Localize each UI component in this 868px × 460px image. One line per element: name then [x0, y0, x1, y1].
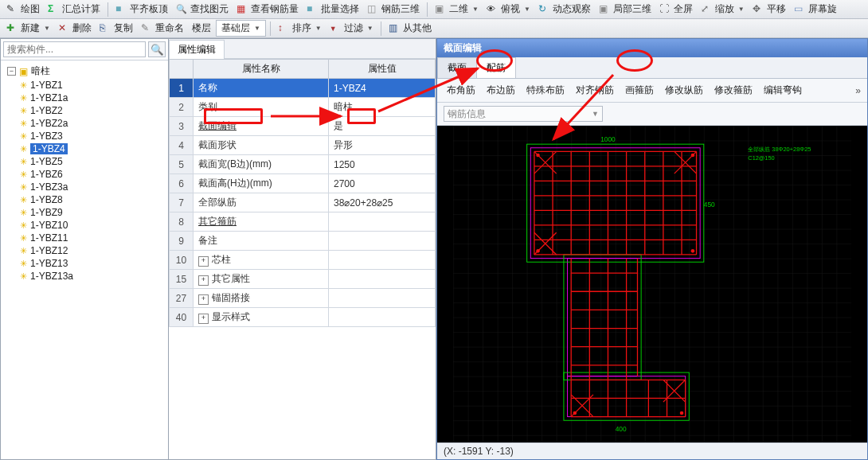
- bullet-icon: ✳: [20, 208, 27, 218]
- tree-item[interactable]: ✳ 1-YBZ5: [2, 155, 166, 168]
- property-value[interactable]: 1250: [329, 155, 436, 174]
- edit-hook-button[interactable]: 编辑弯钩: [760, 82, 805, 99]
- draw-hoop-button[interactable]: 画箍筋: [622, 82, 657, 99]
- property-row[interactable]: 15其它属性: [170, 270, 436, 289]
- tree-item[interactable]: ✳ 1-YBZ10: [2, 219, 166, 232]
- fromother-button[interactable]: 从其他: [385, 21, 435, 35]
- sumcalc-button[interactable]: 汇总计算: [45, 2, 104, 16]
- tree-body[interactable]: − ▣ 暗柱✳ 1-YBZ1✳ 1-YBZ1a✳ 1-YBZ2✳ 1-YBZ2a…: [1, 60, 168, 459]
- property-value[interactable]: 2700: [329, 174, 436, 193]
- view2d-button[interactable]: 二维▼: [432, 2, 482, 16]
- corner-rebar-button[interactable]: 布角筋: [444, 82, 479, 99]
- tree-item[interactable]: ✳ 1-YBZ13a: [2, 270, 166, 283]
- property-value[interactable]: [329, 308, 436, 327]
- property-value[interactable]: [329, 251, 436, 270]
- modify-hoop-button[interactable]: 修改箍筋: [711, 82, 756, 99]
- tree-item-label: 1-YBZ5: [30, 156, 63, 167]
- property-row[interactable]: 8其它箍筋: [170, 212, 436, 232]
- property-row[interactable]: 27锚固搭接: [170, 289, 436, 308]
- collapse-icon[interactable]: −: [7, 67, 16, 76]
- rotate-icon: [538, 3, 550, 15]
- property-row[interactable]: 2类别暗柱: [170, 98, 436, 117]
- tree-item[interactable]: ✳ 1-YBZ8: [2, 193, 166, 206]
- tree-item-label: 1-YBZ13a: [30, 271, 73, 282]
- tree-item[interactable]: ✳ 1-YBZ9: [2, 206, 166, 219]
- flatcheck-button[interactable]: 平齐板顶: [112, 2, 171, 16]
- property-panel: 属性编辑 属性名称 属性值 1名称1-YBZ42类别暗柱3截面编辑是4截面形状异…: [169, 38, 436, 460]
- batchsel-button[interactable]: 批量选择: [303, 2, 362, 16]
- property-name: 全部纵筋: [194, 193, 329, 212]
- bullet-icon: ✳: [20, 195, 27, 205]
- tab-section[interactable]: 截面: [437, 57, 477, 78]
- property-row[interactable]: 6截面高(H边)(mm)2700: [170, 174, 436, 193]
- separator: [381, 21, 381, 36]
- floor-select[interactable]: 基础层▼: [216, 20, 266, 37]
- import-icon: [389, 22, 401, 34]
- draw-button[interactable]: ✎绘图: [3, 2, 43, 16]
- tab-rebar[interactable]: 配筋: [476, 57, 516, 78]
- edge-rebar-button[interactable]: 布边筋: [483, 82, 518, 99]
- tree-item[interactable]: ✳ 1-YBZ12: [2, 244, 166, 257]
- property-value[interactable]: 暗柱: [329, 98, 436, 117]
- tree-item[interactable]: ✳ 1-YBZ4: [2, 142, 166, 155]
- modify-vertical-button[interactable]: 修改纵筋: [662, 82, 706, 99]
- tree-item-label: 1-YBZ6: [30, 169, 63, 180]
- copy-button[interactable]: 复制: [96, 21, 136, 35]
- property-value[interactable]: 38⌀20+28⌀25: [329, 193, 436, 212]
- new-button[interactable]: 新建▼: [3, 21, 53, 35]
- property-value[interactable]: 是: [329, 117, 436, 136]
- delete-button[interactable]: 删除: [55, 21, 95, 35]
- property-value[interactable]: [329, 270, 436, 289]
- search-button[interactable]: 🔍: [148, 41, 166, 57]
- more-button[interactable]: »: [855, 85, 861, 96]
- rebar-info-combo[interactable]: 钢筋信息 ▼: [444, 106, 603, 122]
- chevron-down-icon: ▼: [315, 25, 322, 32]
- pan-button[interactable]: 平移: [749, 2, 789, 16]
- tree-item[interactable]: ✳ 1-YBZ11: [2, 232, 166, 244]
- property-value[interactable]: 1-YBZ4: [329, 79, 436, 98]
- filter-button[interactable]: 过滤▼: [326, 21, 377, 35]
- sort-button[interactable]: 排序▼: [275, 21, 325, 35]
- dynview-button[interactable]: 动态观察: [535, 2, 594, 16]
- section-combo-bar: 钢筋信息 ▼: [437, 103, 867, 126]
- tree-root[interactable]: − ▣ 暗柱: [2, 64, 166, 79]
- property-row[interactable]: 10芯柱: [170, 251, 436, 270]
- viewbar-button[interactable]: 查看钢筋量: [233, 2, 302, 16]
- section-canvas[interactable]: 1000 450 400 全部纵筋 38Φ20+28Φ25 C12@150: [437, 126, 867, 442]
- property-row[interactable]: 40显示样式: [170, 308, 436, 327]
- property-row[interactable]: 1名称1-YBZ4: [170, 79, 436, 98]
- align-rebar-button[interactable]: 对齐钢筋: [573, 82, 617, 99]
- property-value[interactable]: [329, 212, 436, 232]
- local3d-button[interactable]: 局部三维: [596, 2, 655, 16]
- property-row[interactable]: 5截面宽(B边)(mm)1250: [170, 155, 436, 174]
- bullet-icon: ✳: [20, 233, 27, 244]
- property-row[interactable]: 4截面形状异形: [170, 136, 436, 155]
- findelm-button[interactable]: 查找图元: [173, 2, 232, 16]
- tree-item[interactable]: ✳ 1-YBZ13: [2, 257, 166, 270]
- property-value[interactable]: 异形: [329, 136, 436, 155]
- property-value[interactable]: [329, 289, 436, 308]
- row-index: 7: [170, 193, 194, 212]
- tree-item[interactable]: ✳ 1-YBZ2a: [2, 117, 166, 130]
- property-value[interactable]: [329, 232, 436, 251]
- property-row[interactable]: 7全部纵筋38⌀20+28⌀25: [170, 193, 436, 212]
- dim-top: 1000: [600, 135, 616, 143]
- tree-item[interactable]: ✳ 1-YBZ1a: [2, 92, 166, 104]
- fullscreen-button[interactable]: 全屏: [656, 2, 696, 16]
- tree-item[interactable]: ✳ 1-YBZ6: [2, 168, 166, 181]
- tree-item[interactable]: ✳ 1-YBZ1: [2, 79, 166, 92]
- bar3d-button[interactable]: 钢筋三维: [364, 2, 423, 16]
- screenrot-button[interactable]: 屏幕旋: [791, 2, 840, 16]
- tree-item[interactable]: ✳ 1-YBZ3a: [2, 181, 166, 193]
- tree-item[interactable]: ✳ 1-YBZ3: [2, 130, 166, 142]
- scale-button[interactable]: 缩放▼: [698, 2, 748, 16]
- tab-property-edit[interactable]: 属性编辑: [169, 40, 225, 59]
- rename-button[interactable]: 重命名: [138, 21, 187, 35]
- search-input[interactable]: [3, 41, 146, 57]
- special-rebar-button[interactable]: 特殊布筋: [523, 82, 568, 99]
- batch-icon: [307, 3, 319, 15]
- topview-button[interactable]: 俯视▼: [483, 2, 534, 16]
- property-row[interactable]: 3截面编辑是: [170, 117, 436, 136]
- property-row[interactable]: 9备注: [170, 232, 436, 251]
- tree-item[interactable]: ✳ 1-YBZ2: [2, 104, 166, 117]
